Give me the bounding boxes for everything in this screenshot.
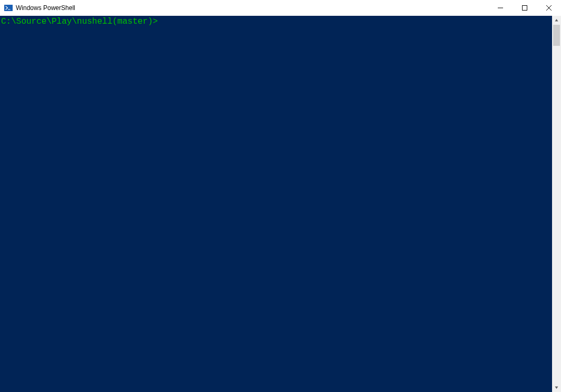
close-button[interactable] <box>537 0 561 16</box>
scroll-down-arrow-icon[interactable] <box>552 383 561 392</box>
svg-rect-1 <box>4 5 13 11</box>
prompt-branch: master <box>117 17 148 26</box>
prompt-branch-open: ( <box>112 17 117 26</box>
prompt-path: C:\Source\Play\nushell <box>1 17 112 26</box>
prompt-line: C:\Source\Play\nushell(master)> <box>1 17 163 26</box>
prompt-caret: > <box>153 17 158 26</box>
window-controls <box>488 0 561 16</box>
window-title: Windows PowerShell <box>16 4 75 12</box>
powershell-icon <box>4 4 13 12</box>
maximize-button[interactable] <box>513 0 537 16</box>
minimize-button[interactable] <box>488 0 513 16</box>
scroll-thumb[interactable] <box>553 25 560 46</box>
terminal-wrapper: C:\Source\Play\nushell(master)> <box>0 16 561 392</box>
terminal[interactable]: C:\Source\Play\nushell(master)> <box>0 16 552 392</box>
prompt-branch-close: ) <box>147 17 153 26</box>
vertical-scrollbar[interactable] <box>552 16 561 392</box>
scroll-up-arrow-icon[interactable] <box>552 16 561 25</box>
scroll-track[interactable] <box>552 25 561 383</box>
titlebar-left: Windows PowerShell <box>4 4 75 12</box>
titlebar: Windows PowerShell <box>0 0 561 16</box>
svg-rect-4 <box>523 6 527 11</box>
